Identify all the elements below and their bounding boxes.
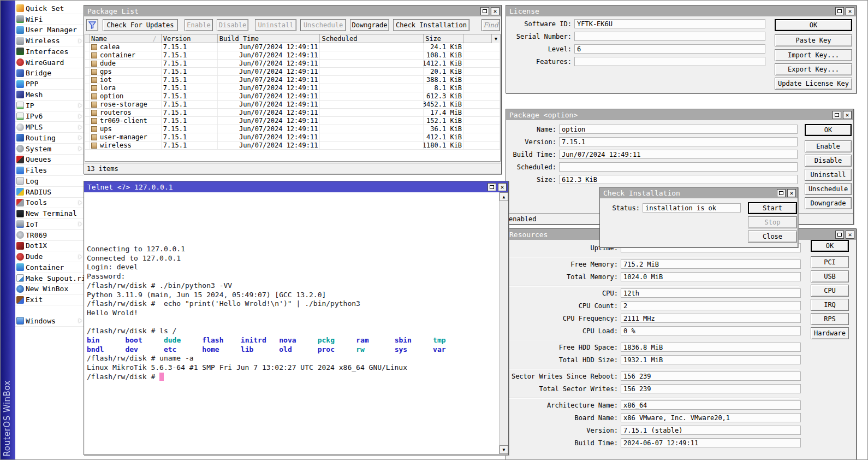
cpu-button[interactable]: CPU [811, 285, 849, 297]
sidebar-item-mpls[interactable]: MPLS [15, 122, 84, 133]
field-cpu-frequency[interactable]: 2111 MHz [621, 314, 801, 323]
status-field[interactable]: installation is ok [643, 203, 741, 213]
table-row[interactable]: container7.15.1Jun/07/2024 12:49:11108.1… [85, 51, 500, 60]
table-row[interactable]: gps7.15.1Jun/07/2024 12:49:1120.1 KiB [85, 68, 500, 76]
downgrade-button[interactable]: Downgrade [350, 19, 389, 31]
sidebar-item-wireless[interactable]: Wireless [15, 36, 84, 46]
sidebar-item-windows[interactable]: Windows [15, 316, 84, 327]
sidebar-item-make-supout-rif[interactable]: Make Supout.rif [15, 273, 84, 284]
usb-button[interactable]: USB [811, 270, 849, 282]
close-icon[interactable]: ✕ [846, 7, 854, 15]
close-button[interactable]: Close [748, 231, 797, 243]
unschedule-button[interactable]: Unschedule [805, 183, 852, 195]
sidebar-item-ip[interactable]: IP [15, 101, 84, 111]
maximize-icon[interactable] [835, 231, 844, 239]
field-build-time[interactable]: Jun/07/2024 12:49:11 [559, 150, 798, 159]
field-level[interactable]: 6 [574, 44, 765, 54]
field-total-hdd-size[interactable]: 1932.1 MiB [621, 355, 801, 364]
ok-button[interactable]: OK [811, 240, 849, 252]
field-version[interactable]: 7.15.1 [559, 137, 798, 146]
sidebar-item-new-terminal[interactable]: New Terminal [15, 208, 84, 219]
column-select-icon[interactable]: ▼ [491, 34, 500, 43]
close-icon[interactable]: ✕ [787, 189, 796, 197]
downgrade-button[interactable]: Downgrade [805, 197, 852, 209]
check-installation-titlebar[interactable]: Check Installation ✕ [600, 187, 798, 198]
close-icon[interactable]: ✕ [846, 231, 854, 239]
check-for-updates-button[interactable]: Check For Updates [103, 19, 178, 31]
export-key-button[interactable]: Export Key... [775, 63, 852, 75]
filter-button[interactable] [86, 19, 98, 31]
maximize-icon[interactable] [835, 7, 844, 15]
sidebar-item-ppp[interactable]: PPP [15, 79, 84, 90]
sidebar-item-quick-set[interactable]: Quick Set [15, 3, 84, 14]
find-button[interactable]: Find [481, 19, 500, 31]
sidebar-item-radius[interactable]: RADIUS [15, 187, 84, 198]
telnet-titlebar[interactable]: Telnet <7> 127.0.0.1 ✕ [84, 181, 508, 192]
stop-button[interactable]: Stop [748, 216, 797, 228]
uninstall-button[interactable]: Uninstall [255, 19, 296, 31]
package-list-titlebar[interactable]: Package List ✕ [84, 5, 501, 16]
scroll-up-icon[interactable]: ▲ [500, 192, 508, 201]
table-row[interactable]: iot7.15.1Jun/07/2024 12:49:11388.1 KiB [85, 76, 500, 84]
license-titlebar[interactable]: License ✕ [506, 5, 856, 16]
maximize-icon[interactable] [487, 183, 496, 191]
field-cpu-count[interactable]: 2 [621, 301, 801, 310]
field-software-id[interactable]: YFTK-EK6U [574, 19, 765, 28]
field-cpu[interactable]: 12th [621, 288, 801, 298]
field-total-memory[interactable]: 1024.0 MiB [621, 272, 801, 281]
sidebar-item-tools[interactable]: Tools [15, 198, 84, 209]
rps-button[interactable]: RPS [811, 313, 849, 325]
sidebar-item-wireguard[interactable]: WireGuard [15, 57, 84, 68]
field-size[interactable]: 612.3 KiB [559, 175, 798, 184]
hardware-button[interactable]: Hardware [811, 327, 849, 339]
table-row[interactable]: routeros7.15.1Jun/07/2024 12:49:1117.4 M… [85, 109, 500, 117]
ok-button[interactable]: OK [775, 19, 852, 31]
sidebar-item-dude[interactable]: Dude [15, 251, 84, 262]
table-row[interactable]: dude7.15.1Jun/07/2024 12:49:111412.1 KiB [85, 60, 500, 68]
maximize-icon[interactable] [833, 111, 841, 119]
table-row[interactable]: wireless7.15.1Jun/07/2024 12:49:111180.1… [85, 141, 500, 150]
update-license-key-button[interactable]: Update License Key [775, 78, 852, 90]
scroll-down-icon[interactable]: ▼ [500, 445, 508, 454]
close-icon[interactable]: ✕ [843, 111, 852, 119]
enable-button[interactable]: Enable [185, 19, 213, 31]
sidebar-item-ipv6[interactable]: IPv6 [15, 111, 84, 122]
field-board-name[interactable]: x86 VMware, Inc. VMware20,1 [621, 413, 801, 422]
sidebar-item-mesh[interactable]: Mesh [15, 90, 84, 101]
table-row[interactable]: ups7.15.1Jun/07/2024 12:49:1136.1 KiB [85, 125, 500, 133]
sidebar-item-routing[interactable]: Routing [15, 133, 84, 144]
column-header-scheduled[interactable]: Scheduled [320, 34, 424, 43]
sidebar-item-queues[interactable]: Queues [15, 155, 84, 166]
table-row[interactable]: lora7.15.1Jun/07/2024 12:49:118.1 KiB [85, 84, 500, 92]
column-header-size[interactable]: Size [424, 34, 464, 43]
package-option-titlebar[interactable]: Package <option> ✕ [506, 109, 853, 120]
disable-button[interactable]: Disable [805, 155, 852, 167]
field-total-sector-writes[interactable]: 156 239 [621, 384, 801, 393]
sidebar-item-tr069[interactable]: TR069 [15, 230, 84, 241]
field-version[interactable]: 7.15.1 (stable) [621, 426, 801, 435]
column-header-build-time[interactable]: Build Time [218, 34, 320, 43]
paste-key-button[interactable]: Paste Key [775, 34, 852, 46]
sidebar-item-interfaces[interactable]: Interfaces [15, 46, 84, 57]
close-icon[interactable]: ✕ [498, 183, 507, 191]
table-row[interactable]: option7.15.1Jun/07/2024 12:49:11612.3 Ki… [85, 92, 500, 101]
field-free-hdd-space[interactable]: 1836.8 MiB [621, 343, 801, 352]
field-serial-number[interactable] [574, 32, 765, 41]
disable-button[interactable]: Disable [217, 19, 248, 31]
field-features[interactable] [574, 57, 765, 66]
irq-button[interactable]: IRQ [811, 299, 849, 311]
column-header-name[interactable]: Name/ [90, 34, 162, 43]
sidebar-item-iot[interactable]: IoT [15, 219, 84, 230]
check-installation-button[interactable]: Check Installation [393, 19, 469, 31]
field-name[interactable]: option [559, 125, 798, 134]
ok-button[interactable]: OK [805, 124, 852, 136]
field-scheduled[interactable] [559, 162, 798, 172]
unschedule-button[interactable]: Unschedule [300, 19, 346, 31]
table-row[interactable]: user-manager7.15.1Jun/07/2024 12:49:1141… [85, 133, 500, 141]
sidebar-item-user-manager[interactable]: User Manager [15, 25, 84, 36]
sidebar-item-dot1x[interactable]: Dot1X [15, 241, 84, 252]
sidebar-item-wifi[interactable]: WiFi [15, 14, 84, 25]
sidebar-item-exit[interactable]: Exit [15, 294, 84, 305]
sidebar-item-container[interactable]: Container [15, 262, 84, 273]
sidebar-item-bridge[interactable]: Bridge [15, 68, 84, 79]
